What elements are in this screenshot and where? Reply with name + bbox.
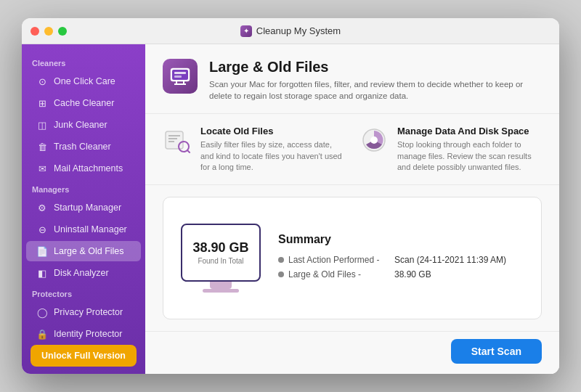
feature-manage-desc: Stop looking through each folder to mana…: [397, 139, 542, 173]
main-header-text: Large & Old Files Scan your Mac for forg…: [209, 59, 542, 102]
sidebar-item-label: Large & Old Files: [54, 246, 124, 256]
close-button[interactable]: [31, 27, 39, 36]
summary-key-0: Last Action Performed -: [288, 255, 390, 265]
app-title: Cleanup My System: [256, 25, 341, 36]
feature-locate-desc: Easily filter files by size, access date…: [200, 139, 345, 173]
sidebar-item-large-old-files[interactable]: 📄 Large & Old Files: [26, 241, 141, 261]
summary-area: 38.90 GB Found In Total Summary Last Act…: [145, 185, 559, 331]
summary-dot-1: [278, 271, 284, 277]
locate-files-icon: [163, 126, 192, 155]
sidebar-item-label: Uninstall Manager: [54, 224, 127, 234]
unlock-full-version-button[interactable]: Unlock Full Version: [31, 345, 137, 367]
sidebar-item-uninstall-manager[interactable]: ⊖ Uninstall Manager: [26, 219, 141, 240]
titlebar: ✦ Cleanup My System: [22, 18, 559, 44]
cleaners-section-label: Cleaners: [22, 53, 145, 70]
feature-manage-disk-space: Manage Data And Disk Space Stop looking …: [359, 126, 542, 173]
monitor-screen: 38.90 GB Found In Total: [181, 224, 261, 282]
app-window: ✦ Cleanup My System Cleaners ⊙ One Click…: [22, 18, 559, 374]
trash-cleaner-icon: 🗑: [36, 141, 48, 152]
sidebar-item-label: Disk Analyzer: [54, 268, 109, 278]
sidebar-item-label: Mail Attachments: [54, 163, 123, 173]
sidebar-item-label: Cache Cleaner: [54, 98, 114, 108]
minimize-button[interactable]: [44, 27, 53, 36]
feature-locate-old-files: Locate Old Files Easily filter files by …: [163, 126, 345, 173]
content-area: Cleaners ⊙ One Click Care ⊞ Cache Cleane…: [22, 44, 559, 374]
disk-analyzer-icon: ◧: [36, 267, 48, 279]
features-row: Locate Old Files Easily filter files by …: [145, 114, 559, 185]
summary-row-1: Large & Old Files - 38.90 GB: [278, 269, 524, 279]
monitor-visual: 38.90 GB Found In Total: [181, 224, 261, 293]
monitor-gb-label: Found In Total: [198, 257, 243, 265]
feature-manage-title: Manage Data And Disk Space: [397, 126, 542, 136]
sidebar-item-cache-cleaner[interactable]: ⊞ Cache Cleaner: [26, 93, 141, 113]
page-title: Large & Old Files: [209, 59, 542, 75]
summary-card: 38.90 GB Found In Total Summary Last Act…: [163, 197, 542, 319]
sidebar-item-trash-cleaner[interactable]: 🗑 Trash Cleaner: [26, 136, 141, 157]
summary-val-1: 38.90 GB: [394, 269, 431, 279]
svg-point-14: [370, 136, 378, 144]
junk-cleaner-icon: ◫: [36, 119, 48, 131]
privacy-protector-icon: ◯: [36, 306, 48, 318]
identity-protector-icon: 🔒: [36, 328, 48, 340]
summary-row-0: Last Action Performed - Scan (24-11-2021…: [278, 255, 524, 265]
mail-attachments-icon: ✉: [36, 163, 48, 174]
feature-manage-text: Manage Data And Disk Space Stop looking …: [397, 126, 542, 173]
svg-rect-6: [174, 75, 182, 78]
large-old-files-icon: 📄: [36, 245, 48, 257]
monitor-stand: [210, 282, 232, 289]
summary-val-0: Scan (24-11-2021 11:39 AM): [394, 255, 506, 265]
sidebar-item-label: One Click Care: [54, 76, 115, 86]
app-icon: ✦: [240, 25, 252, 37]
manage-disk-icon: [359, 126, 389, 155]
maximize-button[interactable]: [58, 27, 67, 36]
summary-title: Summary: [278, 233, 524, 246]
sidebar-item-label: Junk Cleaner: [54, 120, 107, 130]
sidebar-item-label: Trash Cleaner: [54, 142, 111, 152]
main-content: Large & Old Files Scan your Mac for forg…: [145, 44, 559, 374]
sidebar-item-label: Identity Protector: [54, 329, 123, 339]
svg-rect-7: [166, 131, 183, 149]
managers-section-label: Managers: [22, 179, 145, 197]
monitor-base: [203, 289, 239, 293]
page-description: Scan your Mac for forgotten files, filte…: [209, 78, 542, 102]
main-header: Large & Old Files Scan your Mac for forg…: [145, 44, 559, 114]
sidebar-item-identity-protector[interactable]: 🔒 Identity Protector: [26, 324, 141, 344]
sidebar-item-label: Privacy Protector: [54, 307, 123, 317]
one-click-care-icon: ⊙: [36, 75, 48, 87]
sidebar-item-label: Startup Manager: [54, 203, 121, 213]
uninstall-manager-icon: ⊖: [36, 224, 48, 235]
feature-header-icon: [163, 59, 198, 94]
sidebar: Cleaners ⊙ One Click Care ⊞ Cache Cleane…: [22, 44, 145, 374]
startup-manager-icon: ⚙: [36, 202, 48, 213]
summary-info: Summary Last Action Performed - Scan (24…: [278, 233, 524, 284]
sidebar-item-mail-attachments[interactable]: ✉ Mail Attachments: [26, 158, 141, 179]
feature-locate-text: Locate Old Files Easily filter files by …: [200, 126, 345, 173]
sidebar-item-privacy-protector[interactable]: ◯ Privacy Protector: [26, 302, 141, 322]
titlebar-title: ✦ Cleanup My System: [240, 25, 341, 37]
sidebar-item-disk-analyzer[interactable]: ◧ Disk Analyzer: [26, 263, 141, 283]
svg-line-12: [187, 150, 190, 152]
main-footer: Start Scan: [145, 331, 559, 374]
cache-cleaner-icon: ⊞: [36, 97, 48, 109]
sidebar-item-startup-manager[interactable]: ⚙ Startup Manager: [26, 197, 141, 218]
svg-rect-5: [174, 72, 186, 74]
feature-locate-title: Locate Old Files: [200, 126, 345, 136]
start-scan-button[interactable]: Start Scan: [451, 339, 542, 364]
sidebar-item-junk-cleaner[interactable]: ◫ Junk Cleaner: [26, 115, 141, 135]
traffic-lights: [31, 27, 67, 36]
summary-key-1: Large & Old Files -: [288, 269, 390, 279]
sidebar-item-one-click-care[interactable]: ⊙ One Click Care: [26, 71, 141, 91]
svg-rect-1: [172, 70, 188, 80]
monitor-gb-value: 38.90 GB: [192, 240, 248, 256]
protectors-section-label: Protectors: [22, 284, 145, 301]
summary-dot-0: [278, 257, 284, 263]
